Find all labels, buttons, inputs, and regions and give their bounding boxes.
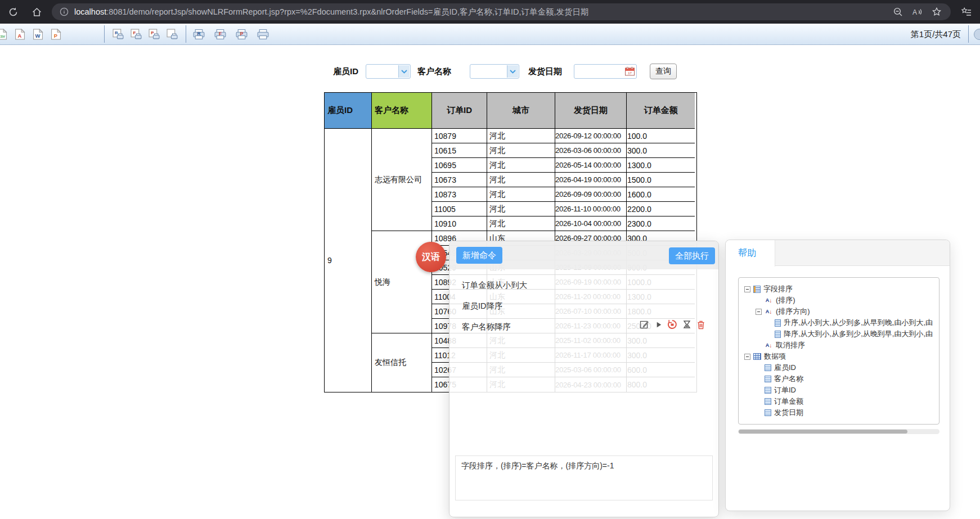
header-city: 城市 xyxy=(487,93,555,129)
tree-item-label: 客户名称 xyxy=(774,374,803,384)
cell-ship-date: 2026-05-14 00:00:00 xyxy=(555,158,627,173)
zoom-out-icon[interactable] xyxy=(893,7,903,17)
doc-icon xyxy=(775,319,781,327)
print-r-icon[interactable]: R xyxy=(192,29,205,40)
play-icon[interactable] xyxy=(655,321,662,328)
print-preview-icon[interactable] xyxy=(167,29,178,40)
cell-order-id: 10673 xyxy=(432,173,487,187)
tree-item-order-amount[interactable]: 订单金额 xyxy=(739,396,939,407)
field-icon xyxy=(765,376,771,382)
edit-icon[interactable] xyxy=(640,319,650,330)
export-ppt-icon[interactable]: P xyxy=(51,29,61,40)
tree-item-cancel-sort[interactable]: 取消排序 xyxy=(739,340,939,351)
field-icon xyxy=(765,398,771,405)
print-f-icon[interactable]: F xyxy=(214,29,227,40)
cell-ship-date: 2026-03-06 00:00:00 xyxy=(555,143,627,158)
language-badge[interactable]: 汉语 xyxy=(416,242,446,272)
hourglass-icon[interactable] xyxy=(682,320,691,329)
tree-item-data-items[interactable]: 数据项 xyxy=(739,351,939,362)
cell-ship-date: 2026-09-12 00:00:00 xyxy=(555,129,627,143)
cell-amount: 1500.0 xyxy=(627,173,695,187)
url-text: localhost:8081/demo/reportJsp/showNLRFor… xyxy=(74,7,589,17)
sort-az-icon xyxy=(765,308,773,315)
ship-date-input[interactable]: 17 xyxy=(574,64,637,79)
toolbar-separator xyxy=(104,25,105,43)
tree-item-label: 数据项 xyxy=(764,351,786,362)
tree-item-customer-name[interactable]: 客户名称 xyxy=(739,373,939,385)
page-indicator: 第1页/共47页 xyxy=(911,24,961,45)
tree-item-ascending[interactable]: 升序,从小到大,从少到多,从早到晚,由小到大,由 xyxy=(739,317,939,328)
site-info-icon[interactable] xyxy=(60,7,69,16)
field-icon xyxy=(765,364,771,371)
header-employee-id: 雇员ID xyxy=(325,93,372,129)
cell-city: 河北 xyxy=(487,216,555,231)
browser-bar: localhost:8081/demo/reportJsp/showNLRFor… xyxy=(0,0,980,24)
url-host: localhost xyxy=(74,7,106,16)
print-preview-r-icon[interactable]: R xyxy=(113,29,124,40)
table-row: 10615河北2026-03-06 00:00:00300.0 xyxy=(432,143,696,158)
table-row: 10879河北2026-09-12 00:00:00100.0 xyxy=(432,129,696,143)
print-preview-f-icon[interactable]: F xyxy=(131,29,142,40)
employee-id-select[interactable] xyxy=(366,64,411,79)
cell-amount: 300.0 xyxy=(627,143,695,158)
add-command-button[interactable]: 新增命令 xyxy=(456,247,502,264)
svg-text:F: F xyxy=(219,31,222,37)
address-bar[interactable]: localhost:8081/demo/reportJsp/showNLRFor… xyxy=(52,3,951,20)
tree-item-employee-id[interactable]: 雇员ID xyxy=(739,362,939,373)
table-row: 10673河北2026-04-19 00:00:001500.0 xyxy=(432,173,696,187)
favorite-star-icon[interactable] xyxy=(932,7,942,17)
tree-item-ship-date[interactable]: 发货日期 xyxy=(739,407,939,418)
delete-icon[interactable] xyxy=(696,320,705,330)
cell-order-id: 10873 xyxy=(432,187,487,202)
tree-item-sort[interactable]: (排序) xyxy=(739,295,939,306)
collapse-icon[interactable] xyxy=(744,286,750,292)
home-icon[interactable] xyxy=(27,2,46,21)
table-header-row: 雇员ID 客户名称 订单ID 城市 发货日期 订单金额 xyxy=(325,93,696,129)
tab-help[interactable]: 帮助 xyxy=(726,240,775,267)
table-row: 10873河北2026-09-09 00:00:001600.0 xyxy=(432,187,696,202)
print-preview-p-icon[interactable]: P xyxy=(149,29,160,40)
tree-item-label: 升序,从小到大,从少到多,从早到晚,由小到大,由 xyxy=(784,318,933,328)
print-p-icon[interactable]: P xyxy=(235,29,248,40)
export-word-icon[interactable]: W xyxy=(33,29,43,40)
read-aloud-icon[interactable]: A xyxy=(912,7,923,17)
sort-az-icon xyxy=(765,297,773,304)
command-item[interactable]: 雇员ID降序 xyxy=(449,296,718,317)
tree-item-descending[interactable]: 降序,从大到小,从多到少,从晚到早,由大到小,由 xyxy=(739,328,939,340)
svg-text:17: 17 xyxy=(628,71,632,75)
export-pdf-icon[interactable]: A xyxy=(15,29,25,40)
svg-text:P: P xyxy=(54,32,57,38)
report-toolbar: CSV A W P R F P R F P 第1页/共47页 xyxy=(0,24,980,45)
chevron-down-icon[interactable] xyxy=(398,65,410,78)
tree-item-label: 雇员ID xyxy=(774,363,796,373)
header-order-id: 订单ID xyxy=(432,93,487,129)
toolbar-edge-icon[interactable] xyxy=(974,29,980,40)
command-item[interactable]: 订单金额从小到大 xyxy=(449,275,718,296)
cell-amount: 100.0 xyxy=(627,129,695,143)
tree-item-field-sort[interactable]: 字段排序 xyxy=(739,283,939,295)
collapse-icon[interactable] xyxy=(756,309,762,315)
data-table-icon xyxy=(753,353,761,360)
cell-order-id: 10879 xyxy=(432,129,487,143)
customer-name-select[interactable] xyxy=(470,64,519,79)
doc-icon xyxy=(775,331,781,338)
svg-text:F: F xyxy=(133,30,136,35)
tree-item-sort-direction[interactable]: (排序方向) xyxy=(739,306,939,317)
tree-item-order-id[interactable]: 订单ID xyxy=(739,385,939,396)
cell-ship-date: 2026-11-10 00:00:00 xyxy=(555,202,627,216)
run-once-icon[interactable] xyxy=(667,319,677,330)
search-button[interactable]: 查询 xyxy=(650,64,677,79)
reload-icon[interactable] xyxy=(3,2,23,21)
calendar-icon[interactable]: 17 xyxy=(625,67,635,78)
employee-id-label: 雇员ID xyxy=(333,63,358,80)
chevron-down-icon[interactable] xyxy=(507,65,518,78)
svg-text:CSV: CSV xyxy=(0,34,5,38)
print-plain-icon[interactable] xyxy=(257,29,269,40)
execute-all-button[interactable]: 全部执行 xyxy=(669,247,715,264)
collections-icon[interactable] xyxy=(956,2,975,21)
tree-item-label: 订单ID xyxy=(774,385,796,395)
horizontal-scrollbar[interactable] xyxy=(738,429,939,434)
collapse-icon[interactable] xyxy=(744,354,750,360)
scrollbar-thumb[interactable] xyxy=(739,430,907,434)
export-csv-icon[interactable]: CSV xyxy=(0,29,7,40)
